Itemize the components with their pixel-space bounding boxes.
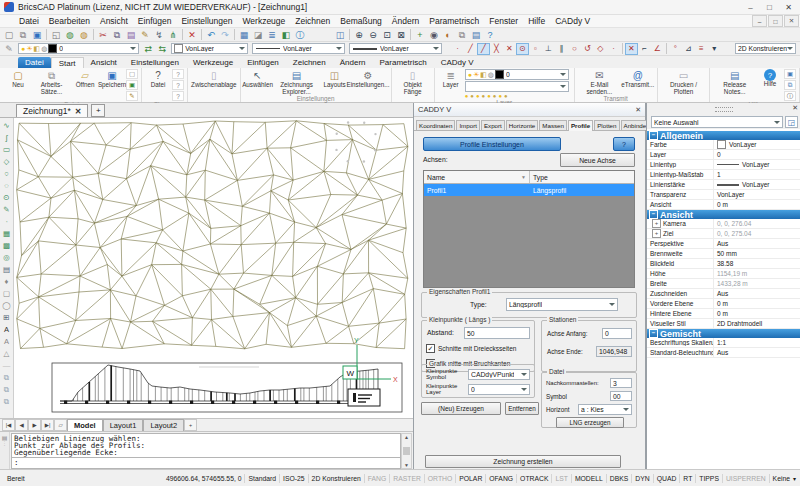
layout-tab-model[interactable]: Model [67,419,103,431]
rectangle-tool-icon[interactable]: ▭ [1,144,12,155]
document-tab-close-icon[interactable]: ✕ [75,107,82,116]
zoom-out-icon[interactable]: ⊖ [366,29,380,41]
check-dreiecksseiten[interactable]: ✓ Schnitte mit Dreiecksseiten [426,344,516,353]
open-drawing-icon[interactable]: ⧉ [16,29,30,41]
boundary-tool-icon[interactable]: ▢ [1,288,12,299]
ribbon-tab-ändern[interactable]: Ändern [333,57,373,68]
nachkomma-input[interactable]: 3 [610,378,632,388]
circle-tool-icon[interactable]: ○ [1,168,12,179]
snap-dynamic-icon[interactable]: ▾ [708,43,721,55]
ribbon-button-zeichnungs-explorer-[interactable]: ▤Zeichnungs Explorer... [273,69,321,95]
point-tool-icon[interactable]: ∙ [1,216,12,227]
menu-fenster[interactable]: Fenster [484,16,523,26]
profile-type-combo[interactable]: Längsprofil [506,298,618,311]
snap-off-icon[interactable]: ✕ [625,43,638,55]
snap-center-icon[interactable]: ⊙ [516,43,529,55]
ribbon-tab-caddy-v[interactable]: CADdy V [434,57,481,68]
ribbon-tab-datei[interactable]: Datei [18,57,51,68]
status-toggle-ortho[interactable]: ORTHO [425,475,455,482]
ribbon-tab-einfügen[interactable]: Einfügen [240,57,286,68]
zoom-in-icon[interactable]: ⊕ [352,29,366,41]
snap-parallel-icon[interactable]: ∥ [555,43,568,55]
status-toggle-otrack[interactable]: OTRACK [517,475,551,482]
linetype-combo[interactable]: VonLayer [252,43,345,54]
table-tool-icon[interactable]: ▤ [1,264,12,275]
property-value[interactable]: 0 m [713,200,800,209]
ribbon-button-speichern[interactable]: ▣Speichern [99,69,125,89]
neu-erzeugen-button[interactable]: (Neu) Erzeugen [421,402,501,415]
property-value[interactable]: 0 m [713,309,800,318]
caddy-tab-plotten[interactable]: Plotten [594,120,619,130]
donut-tool-icon[interactable]: ⊙ [1,192,12,203]
menu-ändern[interactable]: Ändern [387,16,424,26]
property-value[interactable]: VonLayer [713,190,800,199]
snap-circle-icon[interactable]: ○ [568,43,581,55]
divider-icon[interactable]: — [1,360,12,371]
caddy-close-icon[interactable]: ✕ [635,106,641,114]
layer-previous-icon[interactable]: ⇆ [155,43,169,55]
document-tab[interactable]: Zeichnung1*✕ [16,104,88,117]
property-row-layer[interactable]: Layer0 [647,150,800,160]
new-sheet-icon[interactable]: ▢ [126,69,138,79]
property-value[interactable]: 1:1 [713,338,800,347]
new-file-icon[interactable]: ▢ [2,29,16,41]
status-toggle-dbks[interactable]: DBKS [607,475,632,482]
polygon-tool-icon[interactable]: ◇ [1,156,12,167]
profile-settings-button[interactable]: Profile Einstellungen [423,137,561,151]
scroll-thumb[interactable] [403,447,410,455]
drawing-explorer-icon[interactable]: ▦ [237,29,251,41]
xref-tool-icon[interactable]: ⧉ [1,396,12,407]
ribbon-button-öffnen[interactable]: ▱Öffnen [72,69,98,89]
property-row-vordere-ebene[interactable]: Vordere Ebene0 m [647,299,800,309]
axes-table[interactable]: Name▼ Type Profil1 Längsprofil [423,170,635,288]
delete-icon[interactable]: ✕ [185,29,199,41]
snap-rotate-icon[interactable]: ↺ [581,43,594,55]
layout-nav-3[interactable]: ▶| [41,419,54,431]
status-toggle-fang[interactable]: FANG [365,475,390,482]
property-row-beschriftungs-skalierung[interactable]: Beschriftungs Skalierung1:1 [647,338,800,348]
mdi-close-button[interactable]: ✕ [784,15,799,27]
insert-block-tool-icon[interactable]: ⧉ [1,384,12,395]
color-combo[interactable]: VonLayer [171,43,248,54]
layer-tools-icon[interactable]: ✎ [2,43,16,55]
ribbon-button-neu[interactable]: ▢Neu [5,69,31,89]
property-row-standard-beleuchtung[interactable]: Standard-BeleuchtungAus [647,348,800,358]
property-value[interactable]: VonLayer [713,140,800,149]
snap-track-icon[interactable]: ∙ [451,43,464,55]
snap-nearest-icon[interactable]: ╱ [477,43,490,55]
zoom-window-icon[interactable]: ⊡ [380,29,394,41]
property-row-breite[interactable]: Breite1433,28 m [647,279,800,289]
status-toggle-lst[interactable]: LST [552,475,570,482]
collapse-icon[interactable]: − [649,329,658,338]
region-tool-icon[interactable]: ◎ [1,252,12,263]
publish-globe-icon[interactable]: ◍ [77,29,91,41]
help-about-icon[interactable]: ⓘ [784,91,796,101]
property-value[interactable]: 0, 0, 275.04 [713,229,800,238]
snap-intersection-icon[interactable]: ⌐ [638,43,651,55]
expand-icon[interactable]: + [652,229,661,238]
property-row-farbe[interactable]: FarbeVonLayer [647,140,800,150]
menu-parametrisch[interactable]: Parametrisch [424,16,484,26]
cut-icon[interactable]: ✂ [96,29,110,41]
gradient-tool-icon[interactable]: ▩ [1,240,12,251]
status-field-2d-konstruieren[interactable]: 2D Konstruieren [309,475,364,482]
look-icon[interactable]: ◉ [427,29,441,41]
status-toggle-ofang[interactable]: OFANG [486,475,516,482]
maximize-button[interactable]: □ [760,1,779,14]
property-row-blickfeld[interactable]: Blickfeld38.58 [647,259,800,269]
property-value[interactable]: 50 mm [713,249,800,258]
ribbon-button-e-mail-senden-[interactable]: ✉E-Mail senden... [578,69,621,95]
menu-einfügen[interactable]: Einfügen [133,16,177,26]
property-row-perspektive[interactable]: PerspektiveAus [647,239,800,249]
publish-web-icon[interactable]: ◍ [63,29,77,41]
caddy-tab-profile[interactable]: Profile [568,120,593,131]
ribbon-button-arbeits-sätze-[interactable]: ⧉Arbeits-Sätze... [32,69,71,95]
format-brush-icon[interactable]: ✎ [138,29,152,41]
format-brush-icon[interactable]: ✎ [126,91,138,101]
menu-hilfe[interactable]: Hilfe [523,16,550,26]
paste-icon[interactable]: ▤ [124,29,138,41]
structure-tree-icon[interactable]: ⋔ [166,29,180,41]
reference-book-icon[interactable]: ▤ [469,29,483,41]
layout-nav-1[interactable]: ◀ [15,419,28,431]
plot-preview-icon[interactable]: ◱ [49,29,63,41]
